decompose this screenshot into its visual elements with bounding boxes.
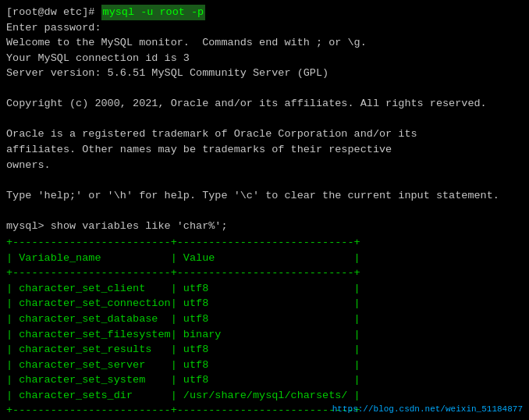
line-welcome: Welcome to the MySQL monitor. Commands e… bbox=[6, 35, 523, 51]
line-copyright: Copyright (c) 2000, 2021, Oracle and/or … bbox=[6, 96, 523, 112]
table-row-system: | character_set_system | utf8 | bbox=[6, 372, 523, 388]
blank-4 bbox=[6, 203, 523, 219]
table-row-results: | character_set_results | utf8 | bbox=[6, 342, 523, 358]
table-row-client: | character_set_client | utf8 | bbox=[6, 281, 523, 297]
table-header-divider: +-------------------------+-------------… bbox=[6, 265, 523, 281]
table-header: | Variable_name | Value | bbox=[6, 251, 523, 266]
table-row-filesystem: | character_set_filesystem| binary | bbox=[6, 327, 523, 343]
line-help: Type 'help;' or '\h' for help. Type '\c'… bbox=[6, 188, 523, 204]
line-oracle-trademark2: affiliates. Other names may be trademark… bbox=[6, 142, 523, 158]
command-text: mysql -u root -p bbox=[101, 5, 206, 20]
table-top-border: +-------------------------+-------------… bbox=[6, 235, 523, 251]
line-connection-id: Your MySQL connection id is 3 bbox=[6, 51, 523, 66]
watermark-link: https://blog.csdn.net/weixin_51184877 bbox=[332, 404, 523, 414]
line-oracle-trademark3: owners. bbox=[6, 158, 523, 173]
line-enter-password: Enter password: bbox=[6, 20, 523, 36]
prompt-text: [root@dw etc]# bbox=[6, 5, 94, 20]
mysql-command-line: mysql> show variables like 'char%'; bbox=[6, 219, 523, 234]
table-row-database: | character_set_database | utf8 | bbox=[6, 311, 523, 327]
line-server-version: Server version: 5.6.51 MySQL Community S… bbox=[6, 66, 523, 81]
table-row-dir: | character_sets_dir | /usr/share/mysql/… bbox=[6, 388, 523, 404]
prompt-line: [root@dw etc]# mysql -u root -p bbox=[6, 5, 523, 20]
line-oracle-trademark1: Oracle is a registered trademark of Orac… bbox=[6, 126, 523, 142]
results-table: +-------------------------+-------------… bbox=[6, 235, 523, 418]
terminal-window: [root@dw etc]# mysql -u root -p Enter pa… bbox=[0, 0, 529, 420]
blank-1 bbox=[6, 81, 523, 97]
table-row-server: | character_set_server | utf8 | bbox=[6, 358, 523, 373]
blank-2 bbox=[6, 112, 523, 127]
table-row-connection: | character_set_connection| utf8 | bbox=[6, 296, 523, 311]
blank-3 bbox=[6, 173, 523, 188]
